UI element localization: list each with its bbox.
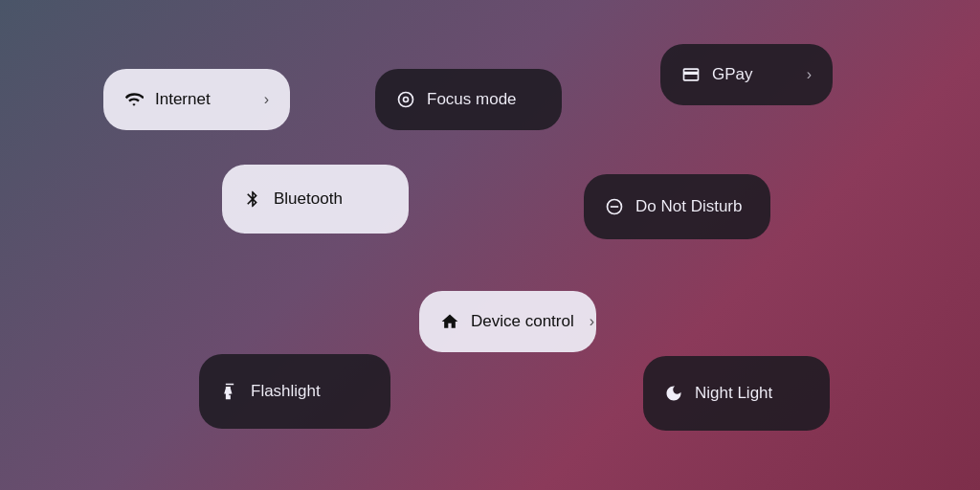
gpay-label: GPay: [712, 65, 791, 84]
gpay-tile[interactable]: GPay ›: [660, 44, 833, 105]
internet-chevron: ›: [264, 91, 269, 108]
internet-label: Internet: [155, 90, 249, 109]
nightlight-icon: [664, 384, 683, 403]
internet-tile[interactable]: Internet ›: [103, 69, 290, 130]
focus-label: Focus mode: [427, 90, 541, 109]
dnd-icon: [605, 197, 624, 216]
flashlight-icon: [220, 382, 239, 401]
device-chevron: ›: [590, 313, 594, 330]
flashlight-tile[interactable]: Flashlight: [199, 354, 390, 429]
wifi-icon: [124, 90, 144, 109]
dnd-label: Do Not Disturb: [635, 197, 749, 216]
device-label: Device control: [471, 312, 574, 331]
dnd-tile[interactable]: Do Not Disturb: [584, 174, 770, 239]
svg-point-0: [399, 93, 413, 107]
nightlight-label: Night Light: [695, 384, 809, 403]
gpay-chevron: ›: [807, 66, 812, 83]
focus-tile[interactable]: Focus mode: [375, 69, 562, 130]
nightlight-tile[interactable]: Night Light: [643, 356, 830, 431]
card-icon: [681, 65, 701, 84]
bluetooth-tile[interactable]: Bluetooth: [222, 165, 409, 234]
home-icon: [440, 312, 459, 331]
device-control-tile[interactable]: Device control ›: [419, 291, 596, 352]
focus-icon: [396, 90, 415, 109]
flashlight-label: Flashlight: [251, 382, 369, 401]
bluetooth-icon: [243, 189, 262, 209]
svg-point-1: [404, 98, 409, 102]
bluetooth-label: Bluetooth: [274, 189, 388, 209]
